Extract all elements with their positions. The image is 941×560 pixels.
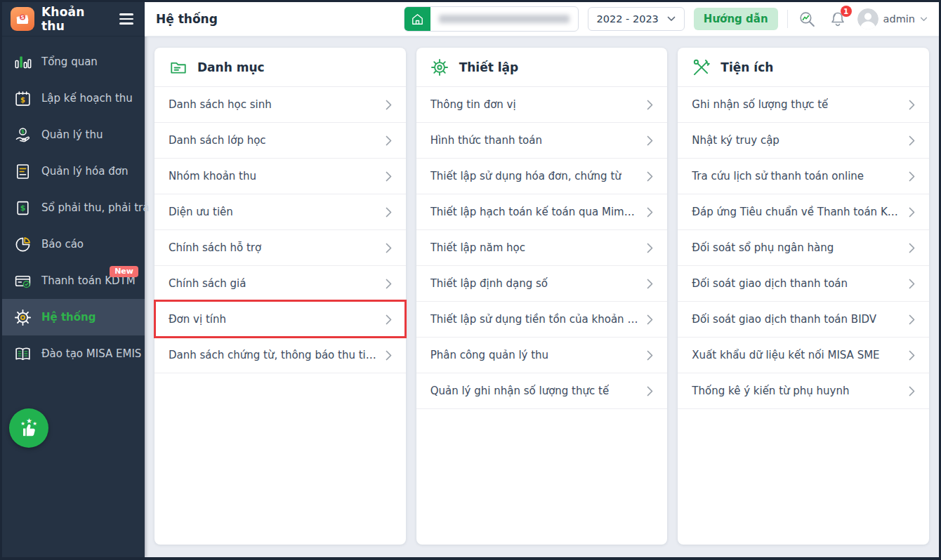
list-item-label: Chính sách hỗ trợ [169,241,261,254]
list-item-label: Danh sách lớp học [169,134,266,147]
card-title: Thiết lập [459,60,519,74]
sidebar-item-quan-ly-thu[interactable]: $Quản lý thu [2,116,145,153]
list-item-thiet-lap-su-dung-hoa-don-chung-tu[interactable]: Thiết lập sử dụng hóa đơn, chứng từ [416,159,668,194]
chevron-right-icon [647,386,653,396]
sidebar-item-label: Quản lý thu [41,128,103,141]
chevron-right-icon [909,386,915,396]
list-item-hinh-thuc-thanh-toan[interactable]: Hình thức thanh toán [416,123,668,159]
list-item-nhat-ky-truy-cap[interactable]: Nhật ký truy cập [678,123,929,159]
list-item-danh-sach-hoc-sinh[interactable]: Danh sách học sinh [154,87,406,123]
school-year-dropdown[interactable]: 2022 - 2023 [588,7,685,31]
notification-badge: 1 [841,6,852,17]
school-selector[interactable] [404,6,579,32]
hamburger-menu-icon[interactable] [118,11,135,27]
divider [787,10,788,28]
gear-icon [13,309,32,326]
cards-row: Danh mụcDanh sách học sinhDanh sách lớp … [145,36,939,557]
card-header: Danh mục [154,48,406,87]
sidebar-item-lap-ke-hoach-thu[interactable]: $Lập kế hoạch thu [2,80,145,116]
list-item-label: Quản lý ghi nhận số lượng thực tế [430,385,609,397]
list-item-quan-ly-ghi-nhan-so-luong-thuc-te[interactable]: Quản lý ghi nhận số lượng thực tế [416,373,668,409]
notifications-bell-icon[interactable]: 1 [827,8,848,30]
sidebar-item-quan-ly-hoa-don[interactable]: Quản lý hóa đơn [2,153,145,189]
sidebar-item-bao-cao[interactable]: Báo cáo [2,226,145,262]
chevron-right-icon [647,314,653,325]
card-title: Tiện ích [720,60,773,74]
list-item-xuat-khau-du-lieu-ket-noi-misa-sme[interactable]: Xuất khẩu dữ liệu kết nối MISA SME [678,338,929,373]
list-item-thiet-lap-dinh-dang-so[interactable]: Thiết lập định dạng số [416,266,668,302]
list-item-danh-sach-chung-tu-thong-bao-thu-tien[interactable]: Danh sách chứng từ, thông báo thu tiền [154,338,406,373]
card-thiet-lap: Thiết lậpThông tin đơn vịHình thức thanh… [416,48,668,545]
search-analytics-icon[interactable] [797,8,818,30]
username: admin [883,13,915,25]
user-menu[interactable]: admin [857,8,928,29]
list-item-thiet-lap-su-dung-tien-ton-cua-khoan-thu[interactable]: Thiết lập sử dụng tiền tồn của khoản thu [416,302,668,338]
list-item-label: Đáp ứng Tiêu chuẩn về Thanh toán KDTM [692,206,902,218]
app-logo-icon: S [11,7,34,31]
list-item-label: Nhóm khoản thu [169,170,256,182]
gear-green-icon [430,58,449,76]
list-item-label: Thiết lập sử dụng tiền tồn của khoản thu [430,313,640,326]
list-item-thong-tin-don-vi[interactable]: Thông tin đơn vị [416,87,668,123]
list-item-label: Thiết lập năm học [430,241,525,254]
card-header: Thiết lập [416,48,668,87]
svg-text:$: $ [20,128,24,135]
chevron-right-icon [647,279,653,289]
sidebar-item-tong-quan[interactable]: Tổng quan [2,44,145,80]
sidebar-item-dao-tao-misa-emis[interactable]: Đào tạo MISA EMIS [2,335,145,372]
reward-fab-button[interactable]: ★★★ [9,408,48,448]
list-item-don-vi-tinh[interactable]: Đơn vị tính [154,302,406,338]
card-title: Danh mục [197,60,265,74]
list-item-dien-uu-tien[interactable]: Diện ưu tiên [154,194,406,230]
folder-icon [169,58,187,76]
list-item-label: Diện ưu tiên [169,206,233,218]
list-item-danh-sach-lop-hoc[interactable]: Danh sách lớp học [154,123,406,159]
list-item-label: Xuất khẩu dữ liệu kết nối MISA SME [692,349,879,361]
list-item-ghi-nhan-so-luong-thuc-te[interactable]: Ghi nhận số lượng thực tế [678,87,929,123]
list-item-doi-soat-giao-dich-thanh-toan-bidv[interactable]: Đối soát giao dịch thanh toán BIDV [678,302,929,338]
chevron-right-icon [647,135,653,146]
ledger-icon: $ [13,199,32,217]
chevron-right-icon [386,135,392,146]
list-item-label: Đối soát giao dịch thanh toán BIDV [692,313,876,326]
list-item-nhom-khoan-thu[interactable]: Nhóm khoản thu [154,159,406,194]
list-item-label: Tra cứu lịch sử thanh toán online [692,170,864,182]
list-item-doi-soat-giao-dich-thanh-toan[interactable]: Đối soát giao dịch thanh toán [678,266,929,302]
list-item-chinh-sach-gia[interactable]: Chính sách giá [154,266,406,302]
list-item-doi-soat-so-phu-ngan-hang[interactable]: Đối soát sổ phụ ngân hàng [678,230,929,266]
topbar: Hệ thống 2022 - 2023 Hướng dẫn 1 admin [145,2,939,36]
sidebar: S Khoản thu Tổng quan$Lập kế hoạch thu$Q… [2,2,145,557]
list-item-label: Thiết lập sử dụng hóa đơn, chứng từ [430,170,621,182]
chevron-down-icon [667,16,676,22]
list-item-label: Thiết lập hạch toán kế toán qua Mimosa [430,206,640,218]
chevron-right-icon [909,135,915,146]
sidebar-item-so-phai-thu-phai-tra[interactable]: $Sổ phải thu, phải trả [2,189,145,226]
card-tien-ich: Tiện íchGhi nhận số lượng thực tếNhật ký… [678,48,929,545]
list-item-thong-ke-y-kien-tu-phu-huynh[interactable]: Thống kê ý kiến từ phụ huynh [678,373,929,409]
list-item-label: Chính sách giá [169,277,246,290]
list-item-chinh-sach-ho-tro[interactable]: Chính sách hỗ trợ [154,230,406,266]
bar-chart-icon [13,53,32,71]
list-item-label: Ghi nhận số lượng thực tế [692,98,828,111]
chevron-right-icon [386,207,392,218]
sidebar-item-he-thong[interactable]: Hệ thống [2,299,145,335]
chevron-right-icon [386,100,392,110]
card-header: Tiện ích [678,48,929,87]
chevron-right-icon [909,171,915,182]
list-item-label: Thống kê ý kiến từ phụ huynh [692,385,849,397]
guide-button[interactable]: Hướng dẫn [694,8,778,30]
chevron-right-icon [647,171,653,182]
list-item-dap-ung-tieu-chuan-ve-thanh-toan-kdtm[interactable]: Đáp ứng Tiêu chuẩn về Thanh toán KDTM [678,194,929,230]
list-item-tra-cuu-lich-su-thanh-toan-online[interactable]: Tra cứu lịch sử thanh toán online [678,159,929,194]
svg-text:$: $ [20,96,25,104]
main-area: Hệ thống 2022 - 2023 Hướng dẫn 1 admin [145,2,939,557]
chevron-right-icon [909,350,915,361]
list-item-thiet-lap-nam-hoc[interactable]: Thiết lập năm học [416,230,668,266]
app-logo-row: S Khoản thu [2,2,145,36]
list-item-label: Danh sách học sinh [169,98,272,111]
list-item-thiet-lap-hach-toan-ke-toan-qua-mimosa[interactable]: Thiết lập hạch toán kế toán qua Mimosa [416,194,668,230]
list-item-label: Hình thức thanh toán [430,134,542,147]
list-item-phan-cong-quan-ly-thu[interactable]: Phân công quản lý thu [416,338,668,373]
sidebar-item-thanh-toan-kdtm[interactable]: Thanh toán KDTMNew [2,262,145,299]
chevron-right-icon [647,350,653,361]
